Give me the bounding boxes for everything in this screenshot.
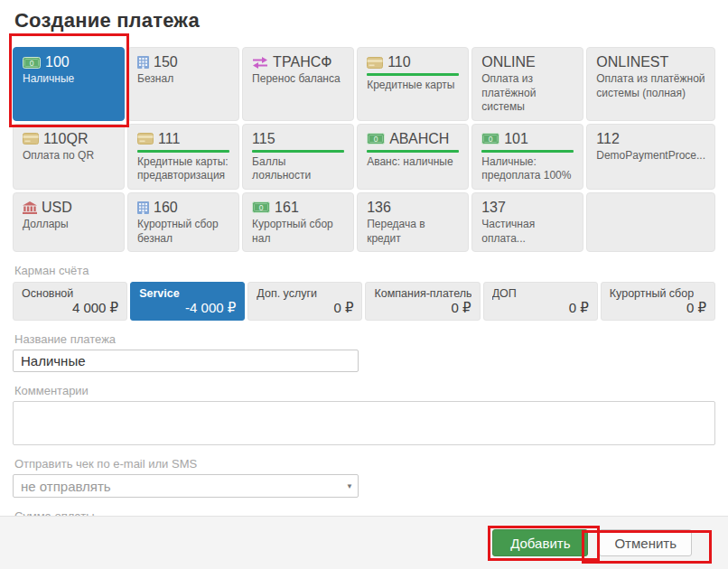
payment-name-label: Название платежа — [13, 332, 715, 346]
payment-type-code: ONLINEST — [596, 54, 668, 70]
pocket-tile[interactable]: Компания-плательщи0 ₽ — [365, 282, 480, 321]
payment-type-tile[interactable]: 111Кредитные карты: предавторизация — [127, 124, 239, 190]
payment-type-head: 136 — [367, 200, 459, 216]
payment-type-code: 100 — [45, 54, 70, 70]
payment-type-tile[interactable]: 137Частичная оплата... — [471, 192, 583, 252]
card-icon — [137, 133, 154, 145]
payment-type-tile[interactable]: 150Безнал — [127, 47, 239, 121]
building-icon — [137, 56, 149, 69]
payment-type-head: ONLINE — [481, 54, 574, 70]
payment-type-subtitle: Оплата из платёжной системы — [481, 72, 574, 115]
cash-icon: 0 — [252, 201, 270, 213]
payment-type-subtitle: Кредитные карты: предавторизация — [137, 155, 229, 183]
add-button[interactable]: Добавить — [492, 529, 588, 556]
payment-type-head: 0161 — [252, 200, 344, 216]
payment-type-subtitle: Баллы лояльности — [252, 155, 344, 183]
payment-type-subtitle: Частичная оплата... — [481, 218, 574, 246]
payment-type-tile[interactable]: 0101Наличные: предоплата 100% — [471, 124, 583, 190]
cash-icon: 0 — [367, 133, 385, 145]
pocket-amount: 0 ₽ — [257, 300, 353, 316]
payment-type-subtitle: DemoPaymentProce... — [596, 149, 705, 163]
payment-type-code: 110QR — [43, 131, 89, 147]
payment-type-subtitle: Курортный сбор безнал — [137, 218, 229, 246]
pocket-amount: 0 ₽ — [374, 300, 471, 316]
receipt-label: Отправить чек по e-mail или SMS — [13, 457, 715, 471]
pocket-tile[interactable]: ДОП0 ₽ — [483, 282, 598, 321]
pocket-tile[interactable]: Курортный сбор0 ₽ — [601, 282, 715, 321]
payment-type-code: 112 — [596, 131, 620, 147]
payment-type-head: 111 — [137, 131, 229, 147]
card-icon — [23, 133, 39, 145]
payment-type-tile[interactable]: 0АВАНСНАванс: наличные — [357, 124, 469, 190]
payment-type-tile[interactable]: ONLINESTОплата из платёжной системы (пол… — [586, 47, 715, 121]
pocket-tile[interactable]: Доп. услуги0 ₽ — [247, 282, 362, 321]
payment-name-input[interactable] — [13, 350, 359, 372]
payment-type-code: 110 — [387, 54, 411, 70]
payment-dialog: Создание платежа 0100Наличные150БезналТР… — [0, 0, 728, 566]
page-title: Создание платежа — [13, 0, 715, 33]
payment-type-subtitle: Наличные: предоплата 100% — [481, 155, 574, 183]
svg-text:0: 0 — [489, 135, 493, 144]
cash-icon: 0 — [23, 57, 41, 69]
pocket-name: Доп. услуги — [257, 287, 353, 300]
fiscal-underline — [481, 150, 574, 153]
payment-type-subtitle: Наличные — [23, 72, 115, 87]
payment-type-head: 112 — [596, 131, 705, 147]
payment-type-head: 0100 — [23, 54, 115, 70]
payment-type-head: ONLINEST — [596, 54, 705, 70]
pocket-name: Service — [139, 287, 236, 300]
building-icon — [137, 201, 149, 214]
comments-label: Комментарии — [13, 384, 715, 397]
payment-type-tile[interactable]: ONLINEОплата из платёжной системы — [471, 47, 583, 121]
add-button-wrap: Добавить — [492, 529, 588, 556]
payment-type-code: 101 — [504, 131, 528, 147]
payment-type-tile[interactable]: 0100Наличные — [13, 47, 125, 121]
payment-type-tile[interactable]: USDДоллары — [13, 192, 125, 252]
payment-type-code: 150 — [154, 54, 178, 70]
payment-type-code: ТРАНСФ — [273, 54, 331, 70]
payment-type-tile[interactable]: 110QRОплата по QR — [13, 124, 125, 190]
payment-type-tile[interactable]: 115Баллы лояльности — [242, 124, 354, 190]
payment-type-grid: 0100Наличные150БезналТРАНСФПеренос балан… — [13, 47, 715, 252]
dialog-footer: Добавить Отменить — [0, 516, 728, 569]
receipt-select-value: не отправлять — [14, 479, 341, 494]
payment-type-head: 150 — [137, 54, 229, 70]
pocket-tile[interactable]: Service-4 000 ₽ — [130, 282, 245, 321]
pocket-name: Основной — [22, 287, 118, 300]
chevron-down-icon: ▼ — [341, 475, 358, 497]
transfer-icon — [252, 57, 268, 69]
payment-type-subtitle: Передача в кредит — [367, 218, 459, 246]
payment-type-tile[interactable]: 110Кредитные карты — [357, 47, 469, 121]
bank-icon — [23, 201, 37, 214]
pocket-tile[interactable]: Основной4 000 ₽ — [13, 282, 127, 321]
comments-textarea[interactable] — [13, 401, 715, 445]
pocket-name: Курортный сбор — [610, 287, 706, 300]
payment-type-code: 115 — [252, 131, 275, 147]
pocket-amount: 4 000 ₽ — [22, 300, 118, 316]
cancel-button[interactable]: Отменить — [599, 529, 692, 556]
payment-type-tile[interactable]: ТРАНСФПеренос баланса — [242, 47, 354, 121]
payment-type-tile[interactable]: 136Передача в кредит — [357, 192, 469, 252]
payment-type-code: 161 — [275, 200, 299, 216]
cash-icon: 0 — [481, 133, 499, 145]
payment-type-code: 137 — [481, 200, 506, 216]
payment-type-head: 115 — [252, 131, 344, 147]
pocket-name: ДОП — [492, 287, 589, 300]
fiscal-underline — [367, 73, 459, 76]
payment-type-head: 137 — [481, 200, 574, 216]
payment-type-head: ТРАНСФ — [252, 54, 344, 70]
payment-type-code: 136 — [367, 200, 391, 216]
payment-type-code: 111 — [158, 131, 180, 147]
payment-type-tile[interactable]: 160Курортный сбор безнал — [127, 192, 239, 252]
payment-type-subtitle: Доллары — [23, 218, 115, 232]
payment-type-code: 160 — [154, 200, 178, 216]
payment-type-subtitle: Безнал — [137, 72, 229, 87]
receipt-select[interactable]: не отправлять ▼ — [13, 474, 359, 498]
payment-type-head: 110QR — [23, 131, 115, 147]
payment-type-tile[interactable]: 112DemoPaymentProce... — [586, 124, 715, 190]
payment-type-code: ONLINE — [481, 54, 536, 70]
payment-type-tile[interactable]: 0161Курортный сбор нал — [242, 192, 354, 252]
card-icon — [367, 57, 383, 69]
svg-text:0: 0 — [259, 203, 264, 212]
pocket-name: Компания-плательщи — [374, 287, 471, 300]
